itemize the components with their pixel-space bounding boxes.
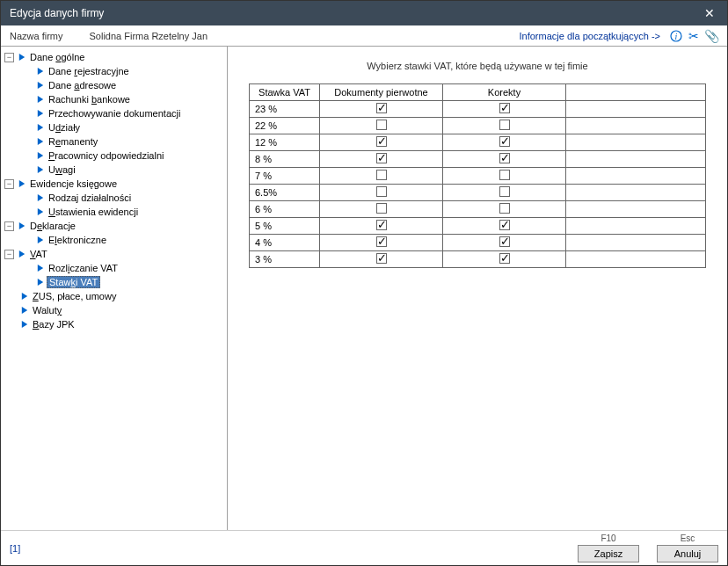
tree-item-waluty[interactable]: Waluty	[3, 303, 225, 317]
corr-cell	[443, 168, 566, 185]
rate-cell: 6 %	[250, 201, 320, 218]
docs-checkbox[interactable]	[376, 236, 387, 247]
corr-checkbox[interactable]	[499, 136, 510, 147]
rate-cell: 23 %	[250, 101, 320, 118]
docs-cell	[320, 218, 443, 235]
docs-cell	[320, 185, 443, 201]
docs-cell	[320, 101, 443, 118]
tree-item-rachunki-bankowe[interactable]: Rachunki bankowe	[3, 92, 225, 106]
table-row: 3 %	[250, 251, 706, 268]
corr-cell	[443, 235, 566, 251]
cancel-hint: Esc	[681, 533, 695, 543]
content-area: −Dane ogólne Dane rejestracyjne Dane adr…	[1, 47, 727, 530]
rate-cell: 8 %	[250, 151, 320, 168]
docs-checkbox[interactable]	[376, 120, 387, 130]
tree-item-udzialy[interactable]: Udziały	[3, 120, 225, 134]
corr-cell	[443, 251, 566, 268]
empty-cell	[566, 218, 706, 235]
corr-cell	[443, 218, 566, 235]
page-indicator[interactable]: [1]	[10, 543, 20, 554]
docs-cell	[320, 201, 443, 218]
rate-cell: 22 %	[250, 118, 320, 134]
docs-cell	[320, 134, 443, 151]
docs-checkbox[interactable]	[376, 253, 387, 264]
table-row: 4 %	[250, 235, 706, 251]
tree-item-dane-ogolne[interactable]: −Dane ogólne	[3, 50, 225, 64]
corr-checkbox[interactable]	[499, 120, 510, 130]
table-header-corr: Korekty	[443, 84, 566, 101]
docs-checkbox[interactable]	[376, 153, 387, 163]
table-row: 5 %	[250, 218, 706, 235]
tree-item-zus[interactable]: ZUS, płace, umowy	[3, 289, 225, 303]
tree-item-pracownicy[interactable]: Pracownicy odpowiedzialni	[3, 149, 225, 163]
svg-text:i: i	[675, 32, 678, 41]
tree-item-remanenty[interactable]: Remanenty	[3, 134, 225, 149]
rate-cell: 12 %	[250, 134, 320, 151]
save-button[interactable]: Zapisz	[578, 545, 639, 562]
corr-checkbox[interactable]	[499, 220, 510, 230]
table-header-empty	[566, 84, 706, 101]
window-title: Edycja danych firmy	[10, 7, 104, 19]
tree-item-deklaracje[interactable]: −Deklaracje	[3, 219, 225, 233]
empty-cell	[566, 185, 706, 201]
tree-item-rozliczanie[interactable]: Rozliczanie VAT	[3, 261, 225, 275]
info-icon[interactable]: i	[669, 29, 683, 43]
table-row: 12 %	[250, 134, 706, 151]
corr-cell	[443, 201, 566, 218]
corr-cell	[443, 118, 566, 134]
help-link[interactable]: Informacje dla początkujących ->	[520, 31, 661, 41]
empty-cell	[566, 251, 706, 268]
tree-item-dane-adresowe[interactable]: Dane adresowe	[3, 78, 225, 92]
tree-item-uwagi[interactable]: Uwagi	[3, 163, 225, 177]
table-row: 8 %	[250, 151, 706, 168]
docs-checkbox[interactable]	[376, 203, 387, 214]
tree-item-stawki-vat[interactable]: Stawki VAT	[3, 275, 225, 289]
cancel-button[interactable]: Anuluj	[657, 545, 718, 562]
table-header-rate: Stawka VAT	[250, 84, 320, 101]
docs-checkbox[interactable]	[376, 220, 387, 230]
empty-cell	[566, 201, 706, 218]
rate-cell: 3 %	[250, 251, 320, 268]
docs-cell	[320, 235, 443, 251]
footer: [1] F10 Zapisz Esc Anuluj	[1, 530, 727, 565]
tree-item-vat[interactable]: −VAT	[3, 247, 225, 261]
docs-checkbox[interactable]	[376, 103, 387, 113]
corr-cell	[443, 134, 566, 151]
tree-item-rodzaj[interactable]: Rodzaj działalności	[3, 191, 225, 205]
navigation-tree: −Dane ogólne Dane rejestracyjne Dane adr…	[1, 47, 228, 530]
corr-checkbox[interactable]	[499, 203, 510, 214]
empty-cell	[566, 151, 706, 168]
scissors-icon[interactable]: ✂	[687, 29, 701, 43]
table-row: 6 %	[250, 201, 706, 218]
docs-checkbox[interactable]	[376, 170, 387, 180]
tree-item-ustawienia[interactable]: Ustawienia ewidencji	[3, 205, 225, 219]
corr-cell	[443, 185, 566, 201]
vat-rates-table: Stawka VAT Dokumenty pierwotne Korekty 2…	[249, 83, 706, 268]
empty-cell	[566, 235, 706, 251]
corr-checkbox[interactable]	[499, 103, 510, 113]
table-row: 6.5%	[250, 185, 706, 201]
save-hint: F10	[601, 533, 615, 543]
docs-cell	[320, 168, 443, 185]
tree-item-ewidencje[interactable]: −Ewidencje księgowe	[3, 177, 225, 191]
empty-cell	[566, 101, 706, 118]
rate-cell: 7 %	[250, 168, 320, 185]
docs-checkbox[interactable]	[376, 186, 387, 197]
rate-cell: 5 %	[250, 218, 320, 235]
empty-cell	[566, 168, 706, 185]
corr-checkbox[interactable]	[499, 153, 510, 163]
toolbar: Nazwa firmy Solidna Firma Rzetelny Jan I…	[1, 25, 727, 47]
tree-item-elektroniczne[interactable]: Elektroniczne	[3, 233, 225, 247]
tree-item-przechowywanie[interactable]: Przechowywanie dokumentacji	[3, 106, 225, 120]
corr-checkbox[interactable]	[499, 236, 510, 247]
corr-checkbox[interactable]	[499, 253, 510, 264]
tree-item-dane-rejestracyjne[interactable]: Dane rejestracyjne	[3, 64, 225, 78]
empty-cell	[566, 118, 706, 134]
tree-item-bazy-jpk[interactable]: Bazy JPK	[3, 317, 225, 331]
corr-checkbox[interactable]	[499, 170, 510, 180]
docs-checkbox[interactable]	[376, 136, 387, 147]
corr-checkbox[interactable]	[499, 186, 510, 197]
close-icon[interactable]: ✕	[701, 6, 718, 20]
attachment-icon[interactable]: 📎	[704, 29, 718, 43]
table-row: 7 %	[250, 168, 706, 185]
